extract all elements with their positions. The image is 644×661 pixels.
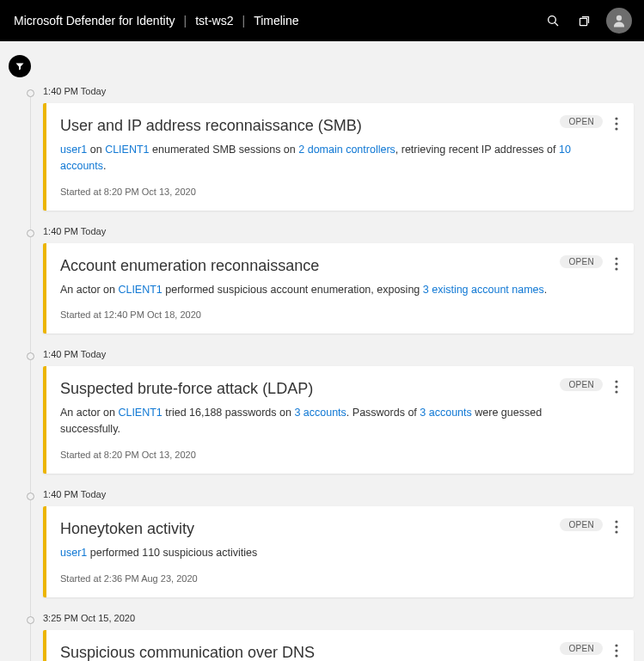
alert-text: . xyxy=(544,284,547,296)
timeline-dot xyxy=(27,616,34,624)
alert-card[interactable]: Suspicious communication over DNS4 compu… xyxy=(43,630,634,662)
alert-text: An actor on xyxy=(60,407,118,419)
timeline-timestamp: 3:25 PM Oct 15, 2020 xyxy=(43,613,634,623)
svg-point-4 xyxy=(615,117,617,119)
timeline: 1:40 PM TodayUser and IP address reconna… xyxy=(19,53,634,661)
alert-title[interactable]: Suspicious communication over DNS xyxy=(60,644,589,662)
alert-description: user1 performed 110 suspicious activitie… xyxy=(60,545,589,561)
alert-card[interactable]: Account enumeration reconnaissanceAn act… xyxy=(43,243,634,334)
svg-point-11 xyxy=(615,386,617,389)
alert-link[interactable]: CLIENT1 xyxy=(105,144,149,156)
alert-link[interactable]: CLIENT1 xyxy=(118,284,162,296)
product-name[interactable]: Microsoft Defender for Identity xyxy=(12,14,177,28)
timeline-timestamp: 1:40 PM Today xyxy=(43,349,634,359)
alert-text: An actor on xyxy=(60,284,118,296)
alert-text: , retrieving recent IP addresses of xyxy=(396,144,559,156)
svg-point-12 xyxy=(615,391,617,394)
alert-started: Started at 2:36 PM Aug 23, 2020 xyxy=(60,573,589,584)
timeline-dot xyxy=(27,230,34,237)
svg-point-7 xyxy=(615,257,617,260)
status-badge[interactable]: OPEN xyxy=(560,518,603,531)
svg-point-3 xyxy=(616,15,622,21)
alert-link[interactable]: 3 existing account names xyxy=(423,284,544,296)
search-icon[interactable] xyxy=(539,7,567,34)
alert-started: Started at 8:20 PM Oct 13, 2020 xyxy=(60,450,589,460)
new-window-icon[interactable] xyxy=(570,7,598,34)
app-header: Microsoft Defender for Identity | tst-ws… xyxy=(0,0,644,41)
timeline-entry: 1:40 PM TodayAccount enumeration reconna… xyxy=(19,226,634,334)
timeline-timestamp: 1:40 PM Today xyxy=(43,489,634,499)
breadcrumb-sep: | xyxy=(242,14,246,28)
alert-link[interactable]: user1 xyxy=(60,547,87,559)
alert-text: tried 16,188 passwords on xyxy=(163,407,295,419)
alert-title[interactable]: User and IP address reconnaissance (SMB) xyxy=(60,117,589,135)
status-badge[interactable]: OPEN xyxy=(560,378,603,391)
svg-point-5 xyxy=(615,122,617,125)
svg-line-1 xyxy=(555,22,558,26)
more-actions-icon[interactable] xyxy=(608,376,625,397)
timeline-entry: 1:40 PM TodayUser and IP address reconna… xyxy=(19,86,634,211)
svg-point-13 xyxy=(615,520,617,523)
alert-link[interactable]: 2 domain controllers xyxy=(298,144,396,156)
status-badge[interactable]: OPEN xyxy=(560,642,603,655)
timeline-entry: 1:40 PM TodaySuspected brute-force attac… xyxy=(19,349,634,474)
alert-text: enumerated SMB sessions on xyxy=(150,144,299,156)
timeline-dot xyxy=(27,352,34,360)
alert-link[interactable]: 3 accounts xyxy=(420,407,471,419)
alert-link[interactable]: CLIENT1 xyxy=(118,407,162,419)
timeline-dot xyxy=(27,89,34,97)
alert-text: on xyxy=(87,144,105,156)
svg-point-8 xyxy=(615,262,617,265)
more-actions-icon[interactable] xyxy=(608,517,625,537)
alert-started: Started at 12:40 PM Oct 18, 2020 xyxy=(60,309,589,320)
svg-point-16 xyxy=(615,644,617,646)
alert-title[interactable]: Account enumeration reconnaissance xyxy=(60,257,589,275)
alert-description: An actor on CLIENT1 performed suspicious… xyxy=(60,282,589,298)
status-badge[interactable]: OPEN xyxy=(560,115,603,128)
svg-point-9 xyxy=(615,267,617,270)
svg-rect-2 xyxy=(580,18,586,25)
alert-description: An actor on CLIENT1 tried 16,188 passwor… xyxy=(60,405,589,438)
breadcrumb-sep: | xyxy=(184,14,187,28)
alert-text: performed suspicious account enumeration… xyxy=(163,284,423,296)
svg-point-0 xyxy=(549,16,556,24)
more-actions-icon[interactable] xyxy=(608,254,625,274)
svg-point-10 xyxy=(615,381,617,383)
content-area: 1:40 PM TodayUser and IP address reconna… xyxy=(0,41,644,661)
filter-button[interactable] xyxy=(9,55,31,77)
svg-point-15 xyxy=(615,530,617,533)
alert-card[interactable]: User and IP address reconnaissance (SMB)… xyxy=(43,103,634,211)
alert-link[interactable]: user1 xyxy=(60,144,87,156)
workspace-name[interactable]: tst-ws2 xyxy=(193,14,235,28)
alert-link[interactable]: 3 accounts xyxy=(294,407,346,419)
timeline-entry: 1:40 PM TodayHoneytoken activityuser1 pe… xyxy=(19,489,634,597)
svg-point-18 xyxy=(615,654,617,657)
svg-point-17 xyxy=(615,649,617,652)
alert-text: . Passwords of xyxy=(347,407,420,419)
alert-text: performed 110 suspicious activities xyxy=(87,547,257,559)
alert-title[interactable]: Honeytoken activity xyxy=(60,520,589,538)
alert-text: . xyxy=(103,160,106,172)
alert-description: user1 on CLIENT1 enumerated SMB sessions… xyxy=(60,142,589,174)
timeline-entry: 3:25 PM Oct 15, 2020Suspicious communica… xyxy=(19,613,634,662)
alert-started: Started at 8:20 PM Oct 13, 2020 xyxy=(60,187,589,197)
svg-point-14 xyxy=(615,525,617,528)
timeline-timestamp: 1:40 PM Today xyxy=(43,86,634,96)
timeline-dot xyxy=(27,493,34,500)
timeline-timestamp: 1:40 PM Today xyxy=(43,226,634,236)
status-badge[interactable]: OPEN xyxy=(560,255,603,268)
svg-point-6 xyxy=(615,127,617,130)
more-actions-icon[interactable] xyxy=(608,640,625,661)
section-name[interactable]: Timeline xyxy=(252,14,300,28)
alert-title[interactable]: Suspected brute-force attack (LDAP) xyxy=(60,380,589,398)
alert-card[interactable]: Honeytoken activityuser1 performed 110 s… xyxy=(43,506,634,597)
alert-card[interactable]: Suspected brute-force attack (LDAP)An ac… xyxy=(43,366,634,474)
more-actions-icon[interactable] xyxy=(608,113,625,134)
avatar[interactable] xyxy=(606,8,632,34)
